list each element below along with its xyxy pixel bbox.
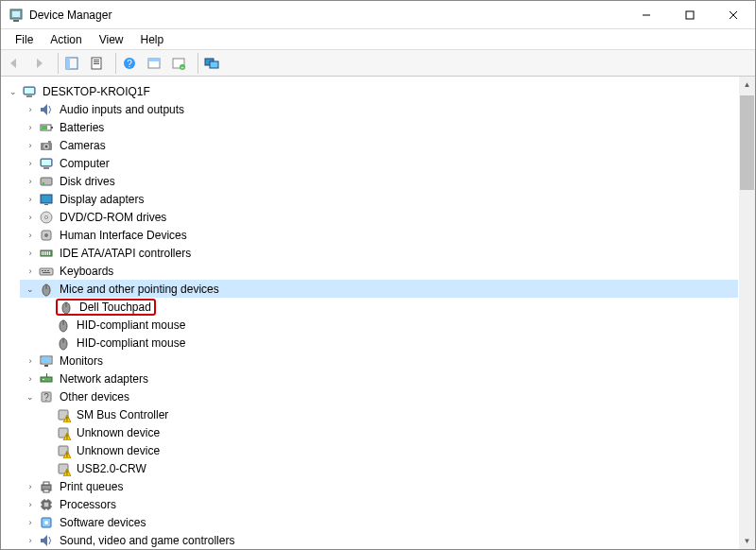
expander[interactable]: › [24, 480, 37, 493]
close-button[interactable] [712, 1, 755, 29]
tree-category[interactable]: › Software devices [20, 513, 738, 531]
vertical-scrollbar[interactable]: ▲ ▼ [739, 77, 755, 549]
tree-category[interactable]: › Cameras [20, 136, 738, 154]
window-icon [146, 56, 162, 71]
tree-category[interactable]: › Keyboards [20, 262, 738, 280]
tree-category[interactable]: › Computer [20, 154, 738, 172]
warn-icon [56, 443, 71, 458]
highlighted-device: Dell Touchpad [56, 299, 156, 316]
tree-category[interactable]: › Processors [20, 495, 738, 513]
minimize-button[interactable] [625, 1, 668, 29]
tree-device-label: SM Bus Controller [75, 408, 170, 421]
tree-category[interactable]: › Sound, video and game controllers [20, 531, 738, 549]
tree-category-label: Mice and other pointing devices [58, 283, 221, 296]
tree-category[interactable]: › Audio inputs and outputs [20, 100, 738, 118]
tree-device[interactable]: Dell Touchpad [37, 298, 738, 316]
tree-category-label: Audio inputs and outputs [58, 103, 186, 116]
svg-line-85 [730, 11, 737, 19]
tree-root-node[interactable]: ⌄ DESKTOP-KROIQ1F [3, 82, 738, 100]
expander[interactable]: › [24, 498, 37, 511]
tree-device[interactable]: Unknown device [37, 423, 738, 441]
mouse-icon [56, 318, 71, 333]
expander[interactable]: ⌄ [24, 390, 37, 404]
expander[interactable]: › [24, 175, 37, 188]
disk-icon [39, 174, 54, 189]
forward-button[interactable] [29, 53, 52, 74]
menubar: File Action View Help [1, 29, 755, 50]
tree-category[interactable]: › Human Interface Devices [20, 226, 738, 244]
help-button[interactable] [120, 53, 143, 74]
app-icon [9, 8, 24, 23]
expander[interactable]: › [24, 121, 37, 134]
tree-device-label: Unknown device [75, 444, 162, 457]
expander[interactable]: › [24, 516, 37, 529]
maximize-button[interactable] [668, 1, 712, 29]
tree-device-label: HID-compliant mouse [75, 318, 187, 332]
expander[interactable]: › [24, 193, 37, 206]
toolbar-separator [58, 53, 59, 74]
scrollbar-thumb[interactable] [740, 95, 754, 190]
scroll-up-arrow[interactable]: ▲ [739, 77, 755, 93]
tree-category-label: Processors [58, 498, 118, 511]
tree-category-label: IDE ATA/ATAPI controllers [58, 247, 193, 260]
tree-device[interactable]: SM Bus Controller [37, 405, 738, 423]
expander[interactable]: › [24, 229, 37, 242]
expander[interactable]: › [24, 247, 37, 260]
keyboard-icon [39, 264, 54, 279]
tree-category[interactable]: › Network adapters [20, 370, 738, 387]
tree-device[interactable]: USB2.0-CRW [37, 459, 738, 477]
tree-category[interactable]: › Batteries [20, 118, 738, 136]
expander[interactable]: › [24, 372, 37, 386]
action-button-1[interactable] [145, 53, 167, 74]
back-button[interactable] [5, 53, 27, 74]
action-button-2[interactable] [169, 53, 192, 74]
expander[interactable]: › [24, 157, 37, 170]
arrow-right-icon [31, 56, 46, 71]
toolbar-separator [198, 53, 198, 74]
menu-help[interactable]: Help [132, 31, 173, 48]
tree-category[interactable]: › IDE ATA/ATAPI controllers [20, 244, 738, 262]
menu-file[interactable]: File [7, 31, 42, 48]
tree-category[interactable]: › Print queues [20, 477, 738, 495]
mouse-icon [59, 300, 74, 315]
properties-icon [89, 56, 104, 71]
window-title: Device Manager [29, 9, 625, 22]
show-hide-tree-button[interactable] [62, 53, 85, 74]
tree-device[interactable]: HID-compliant mouse [37, 316, 738, 334]
expander[interactable]: › [24, 265, 37, 278]
expander[interactable]: › [24, 354, 37, 368]
expander[interactable]: › [24, 103, 37, 116]
expander[interactable]: › [24, 534, 37, 547]
tree-category-label: Disk drives [58, 175, 117, 188]
tree-category[interactable]: › Disk drives [20, 172, 738, 190]
expander[interactable]: ⌄ [24, 283, 37, 296]
menu-action[interactable]: Action [42, 31, 90, 48]
audio-icon [39, 102, 54, 117]
tree-category-label: Keyboards [58, 265, 115, 278]
mouse-icon [39, 282, 54, 297]
expander[interactable]: › [24, 211, 37, 224]
tree-category[interactable]: ⌄ Mice and other pointing devices [20, 280, 738, 298]
menu-view[interactable]: View [91, 31, 132, 48]
scroll-down-arrow[interactable]: ▼ [739, 533, 755, 549]
computer-icon [39, 156, 54, 171]
tree-category-label: Display adapters [58, 193, 146, 206]
add-hardware-icon [171, 56, 186, 71]
tree-category-label: Cameras [58, 139, 108, 152]
network-icon [39, 371, 54, 387]
tree-root-label: DESKTOP-KROIQ1F [41, 85, 152, 98]
warn-icon [56, 407, 71, 422]
tree-category[interactable]: › Display adapters [20, 190, 738, 208]
tree-category-label: Network adapters [58, 372, 150, 386]
device-tree[interactable]: ⌄ DESKTOP-KROIQ1F › Audio inputs and out… [1, 78, 738, 549]
tree-category-label: Sound, video and game controllers [58, 534, 236, 547]
tree-device[interactable]: Unknown device [37, 441, 738, 459]
expander[interactable]: ⌄ [7, 85, 20, 98]
tree-device[interactable]: HID-compliant mouse [37, 334, 738, 352]
tree-category[interactable]: › DVD/CD-ROM drives [20, 208, 738, 226]
properties-button[interactable] [87, 53, 110, 74]
scan-hardware-button[interactable] [202, 53, 225, 74]
tree-category[interactable]: ⌄ Other devices [20, 387, 738, 405]
expander[interactable]: › [24, 139, 37, 152]
tree-category[interactable]: › Monitors [20, 352, 738, 370]
